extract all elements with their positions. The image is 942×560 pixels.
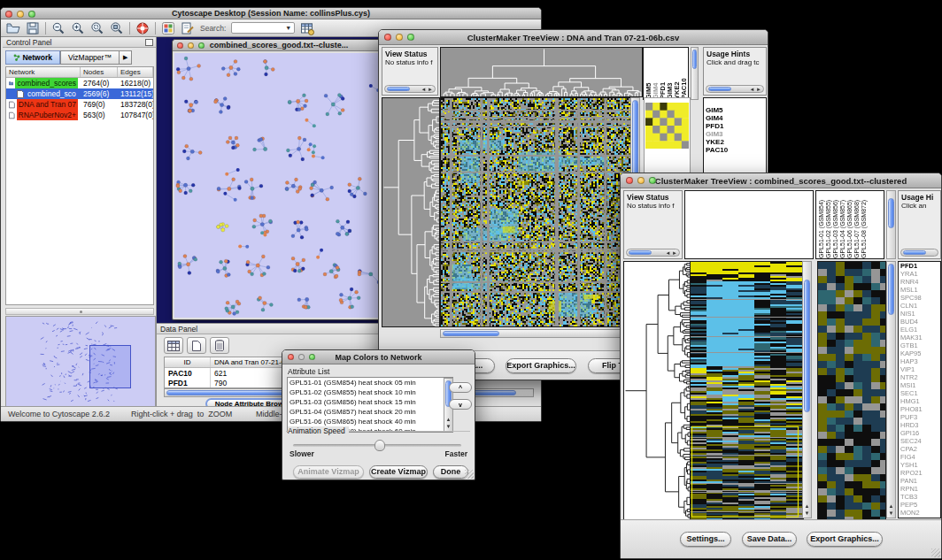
tv2-array-label[interactable]: GPL51-06 (GSM865) (846, 192, 853, 258)
scroll-arrows[interactable]: ◄ ► (421, 86, 433, 93)
save-session-icon[interactable] (26, 21, 40, 35)
tv1-export-graphics-button[interactable]: Export Graphics... (506, 358, 576, 373)
scroll-up-icon[interactable]: ▲ (803, 503, 811, 510)
minimize-button[interactable] (298, 354, 305, 360)
network-row-combined-scores[interactable]: combined_scores 2764(0) 16218(0) (6, 78, 153, 88)
tv1-gene-label[interactable]: PFD1 (704, 122, 766, 130)
tv2-gene-label[interactable]: NIS1 (899, 310, 940, 318)
move-down-button[interactable]: v (449, 399, 472, 410)
tv1-usage-scrollbar[interactable]: ◄ ► (706, 85, 764, 93)
zoom-fit-icon[interactable] (110, 21, 124, 35)
tv2-gene-label[interactable]: PHO81 (899, 405, 940, 413)
vizmapper-icon[interactable] (161, 21, 175, 35)
search-input[interactable]: ▼ (231, 22, 295, 34)
close-button[interactable] (5, 11, 12, 18)
col-header-network[interactable]: Network (6, 67, 81, 77)
attribute-item[interactable]: GPL51-03 (GSM856) heat shock 15 min (288, 397, 452, 407)
animation-speed-slider[interactable] (293, 444, 461, 447)
tv2-gene-label[interactable]: CLN1 (899, 302, 940, 310)
tv2-labels-scrollbar[interactable] (886, 190, 896, 259)
tv2-gene-label[interactable]: KAP95 (899, 349, 940, 357)
network-row-rnapubernov2[interactable]: RNAPuberNov2+ 563(0) 107847(0) (6, 110, 153, 120)
float-panel-icon[interactable] (145, 39, 153, 46)
tv1-titlebar[interactable]: ClusterMaker TreeView : DNA and Tran 07-… (379, 30, 768, 45)
create-attribute-button[interactable] (187, 337, 206, 354)
tv2-array-label[interactable]: GPL51-02 (GSM855) (825, 192, 832, 258)
tv2-gene-label[interactable]: HRD3 (899, 421, 940, 429)
overview-splitter[interactable] (5, 308, 154, 315)
tv2-gene-label[interactable]: FIG4 (899, 453, 940, 461)
tv2-gene-label[interactable]: PAN1 (899, 477, 940, 485)
tv1-gene-label[interactable]: GIM4 (704, 114, 766, 122)
close-button[interactable] (288, 354, 294, 360)
attribute-item[interactable]: GPL51-01 (GSM854) heat shock 05 min (288, 378, 452, 387)
network-view-window[interactable]: combined_scores_good.txt--cluste... (172, 39, 386, 320)
tv2-column-dendrogram[interactable] (684, 190, 814, 259)
tv2-gene-label[interactable]: PUF3 (899, 413, 940, 421)
tv2-gene-label[interactable]: SEC1 (899, 389, 940, 397)
tv2-global-heatmap[interactable] (690, 261, 804, 520)
help-lifering-icon[interactable] (135, 21, 150, 35)
attribute-item[interactable]: GPL51-06 (GSM865) heat shock 40 min (288, 417, 452, 426)
tv1-status-scrollbar[interactable]: ◄ ► (384, 85, 436, 93)
scroll-up-icon[interactable]: ▲ (444, 417, 452, 423)
tv2-gene-label[interactable]: RPO21 (899, 469, 940, 477)
attribute-item[interactable]: GPL51-02 (GSM855) heat shock 10 min (288, 387, 452, 397)
close-button[interactable] (626, 177, 633, 184)
network-window-titlebar[interactable]: combined_scores_good.txt--cluste... (173, 40, 385, 51)
scroll-arrows[interactable]: ◄ ► (665, 249, 677, 257)
tv1-gene-label[interactable]: YKE2 (704, 138, 766, 146)
tv2-gene-label[interactable]: TCB3 (899, 493, 940, 501)
tv2-titlebar[interactable]: ClusterMaker TreeView : combined_scores_… (621, 173, 941, 188)
zoom-selected-icon[interactable] (90, 21, 104, 35)
scroll-down-icon[interactable]: ▼ (803, 510, 811, 517)
slider-thumb[interactable] (374, 440, 385, 451)
tv2-gene-label[interactable]: RPN1 (899, 485, 940, 493)
animate-vizmap-button[interactable]: Animate Vizmap (293, 465, 364, 479)
network-canvas[interactable] (174, 53, 383, 318)
tv2-gene-label[interactable]: VIP1 (899, 365, 940, 373)
tv2-gene-label[interactable]: BUD4 (899, 318, 940, 326)
select-attributes-button[interactable] (164, 337, 183, 354)
tv2-gene-label[interactable]: CPA2 (899, 445, 940, 453)
close-button[interactable] (177, 42, 183, 49)
tv2-genelist-scrollbar[interactable]: ▲ ▼ (886, 261, 896, 518)
tv2-gene-label[interactable]: PFD1 (899, 262, 940, 270)
tv1-gene-dendrogram[interactable] (382, 97, 440, 327)
scroll-down-icon[interactable]: ▼ (887, 510, 895, 517)
tv2-gene-label[interactable]: MON2 (899, 509, 940, 517)
minimize-button[interactable] (188, 42, 194, 49)
tv2-gene-label[interactable]: YSH1 (899, 461, 940, 469)
zoom-button[interactable] (649, 177, 656, 184)
zoom-button[interactable] (309, 354, 315, 360)
zoom-button[interactable] (407, 34, 414, 41)
resize-grip[interactable] (465, 470, 474, 479)
tv2-gene-dendrogram[interactable] (623, 261, 691, 520)
tv2-array-label[interactable]: GPL51-08 (GSM872) (861, 192, 868, 258)
network-row-combined-sco-selected[interactable]: combined_sco 2569(6) 13112(15) (6, 88, 153, 99)
tv2-settings-button[interactable]: Settings... (680, 532, 731, 547)
tv1-heatmap-hscrollbar[interactable] (440, 329, 640, 338)
tv1-gene-label[interactable]: GIM3 (704, 130, 766, 138)
zoom-button[interactable] (28, 11, 35, 18)
zoom-out-icon[interactable] (51, 21, 66, 35)
col-header-id[interactable]: ID (165, 357, 211, 367)
minimize-button[interactable] (17, 11, 24, 18)
delete-attribute-button[interactable] (210, 337, 229, 354)
tv2-gene-label[interactable]: GPI16 (899, 429, 940, 437)
tv2-gene-label[interactable]: GTB1 (899, 341, 940, 349)
tv2-gene-label[interactable]: MSI1 (899, 381, 940, 389)
tv2-gene-label[interactable]: SEC24 (899, 437, 940, 445)
tv2-array-label[interactable]: GPL51-03 (GSM856) (832, 192, 839, 258)
network-row-dna-and-tran[interactable]: DNA and Tran 07 769(0) 183728(0) (6, 99, 153, 110)
close-button[interactable] (384, 34, 391, 41)
tv1-global-heatmap[interactable] (440, 97, 631, 327)
tv2-gene-label[interactable]: MSL1 (899, 286, 940, 294)
tv2-status-scrollbar[interactable]: ◄ ► (626, 249, 680, 257)
tv2-heatmap-vscrollbar[interactable]: ▲ ▼ (802, 261, 812, 518)
tv2-gene-label[interactable]: ELG1 (899, 326, 940, 334)
create-vizmap-button[interactable]: Create Vizmap (369, 465, 428, 479)
tv2-gene-label[interactable]: NTR2 (899, 373, 940, 381)
tab-vizmapper[interactable]: VizMapper™ (60, 50, 120, 65)
zoom-button[interactable] (198, 42, 205, 49)
